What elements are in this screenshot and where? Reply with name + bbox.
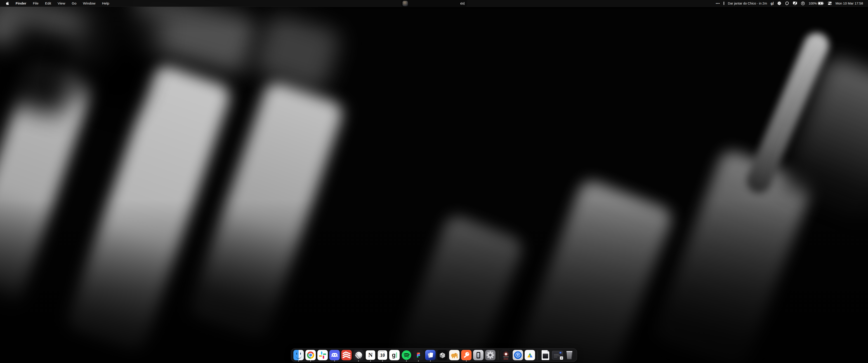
dock-item-iphone-mirroring[interactable] xyxy=(473,349,484,362)
running-indicator xyxy=(406,361,407,361)
iphone-mirroring-icon xyxy=(473,350,484,360)
linear-icon xyxy=(353,350,364,360)
menu-bar-left: Finder File Edit View Go Window Help xyxy=(6,1,109,5)
running-indicator xyxy=(334,361,335,361)
wallpaper-streak xyxy=(121,0,258,75)
dock-item-1password[interactable] xyxy=(513,349,523,362)
separator-bar-icon[interactable] xyxy=(723,2,724,5)
menu-bar-status: ••• Dar jantar do Chico · in 2m g 100% xyxy=(716,1,863,5)
wallpaper-streak xyxy=(0,57,97,309)
pick-icon[interactable] xyxy=(785,1,789,5)
minimized-window-thumbnail: 10 xyxy=(552,351,563,359)
dock-item-google-drive[interactable] xyxy=(524,349,535,362)
window-content-line xyxy=(554,356,560,356)
dock-item-spotify[interactable] xyxy=(401,349,412,362)
menu-view[interactable]: View xyxy=(58,1,65,5)
menu-file[interactable]: File xyxy=(33,1,38,5)
notion-calendar-icon: 10 xyxy=(377,350,388,360)
dock-divider xyxy=(537,350,538,360)
control-center-icon[interactable] xyxy=(828,1,832,5)
dock-item-chrome[interactable] xyxy=(305,349,316,362)
dock-item-slack[interactable] xyxy=(317,349,328,362)
wallpaper-streak xyxy=(65,62,233,354)
raycast-diamond xyxy=(504,353,507,356)
dock-divider xyxy=(498,350,498,360)
system-settings-icon xyxy=(485,350,495,360)
dock-item-discord[interactable] xyxy=(329,349,340,362)
notion-calendar-badge: 10 xyxy=(560,356,563,360)
dock-item-postman[interactable] xyxy=(461,349,472,362)
dock-item-raycast[interactable]: raycast xyxy=(500,349,511,362)
dock-item-system-settings[interactable] xyxy=(485,349,496,362)
finder-icon xyxy=(293,350,304,360)
dock-item-todoist[interactable] xyxy=(341,349,352,362)
desktop: Finder File Edit View Go Window Help •••… xyxy=(0,0,868,363)
granola-menu-icon[interactable]: g xyxy=(771,2,774,5)
raycast-icon: raycast xyxy=(501,350,511,360)
dock-item-finder[interactable] xyxy=(293,349,304,362)
granola-glyph: g xyxy=(771,2,773,5)
raycast-label: raycast xyxy=(503,356,508,358)
menu-go[interactable]: Go xyxy=(72,1,76,5)
dock-item-notion-calendar[interactable]: 10 xyxy=(377,349,388,362)
gear-flower-icon[interactable] xyxy=(777,1,781,5)
wallpaper-streak xyxy=(383,213,526,363)
calendar-event-item[interactable]: Dar jantar do Chico · in 2m xyxy=(728,2,767,5)
menu-edit[interactable]: Edit xyxy=(45,1,51,5)
running-indicator xyxy=(298,361,299,361)
onepassword-icon xyxy=(513,350,523,360)
battery-status[interactable]: 100% xyxy=(809,2,824,5)
running-indicator xyxy=(358,361,359,361)
desktop-wallpaper xyxy=(0,0,868,363)
running-indicator xyxy=(466,361,467,361)
dock-item-postico[interactable] xyxy=(449,349,460,362)
postman-icon xyxy=(461,350,471,360)
wallpaper-shadow xyxy=(0,20,84,118)
running-indicator xyxy=(430,361,431,361)
craft-icon xyxy=(425,350,436,360)
granola-cursor xyxy=(773,2,774,5)
apple-menu[interactable] xyxy=(6,1,9,5)
document-preview xyxy=(543,354,548,359)
menu-finder[interactable]: Finder xyxy=(16,1,26,5)
notion-icon: N xyxy=(365,350,376,360)
menu-help[interactable]: Help xyxy=(102,1,109,5)
dock-item-minimized-window[interactable]: 10 xyxy=(552,349,563,362)
menu-window[interactable]: Window xyxy=(83,1,95,5)
discord-icon xyxy=(329,350,340,360)
cube-3d-icon xyxy=(437,350,447,360)
google-drive-icon xyxy=(525,350,535,360)
chrome-icon xyxy=(305,350,316,360)
dock-item-linear[interactable] xyxy=(353,349,364,362)
window-content-line xyxy=(554,357,557,357)
wallpaper-streak xyxy=(743,29,833,197)
spotify-icon xyxy=(401,350,412,360)
album-art xyxy=(403,1,408,6)
dock-item-notion[interactable]: N xyxy=(365,349,376,362)
onepassword-menu-icon[interactable] xyxy=(801,1,805,5)
dock-item-3d-cube-app[interactable] xyxy=(437,349,448,362)
dock-item-document[interactable] xyxy=(540,349,551,362)
running-indicator xyxy=(382,361,383,361)
dock-item-granola[interactable]: g xyxy=(389,349,400,362)
wallpaper-streak xyxy=(188,79,346,341)
audio-visualizer-icon xyxy=(460,2,465,5)
dock: N 10 g xyxy=(291,348,577,362)
menu-bar-clock[interactable]: Mon 10 Mar 17:58 xyxy=(835,1,863,5)
granola-icon: g xyxy=(389,350,400,360)
dock-item-trash[interactable] xyxy=(564,349,575,362)
notch-now-playing[interactable] xyxy=(401,0,467,7)
todoist-icon xyxy=(341,350,352,360)
document-file-icon xyxy=(541,350,549,360)
dock-item-figma[interactable] xyxy=(413,349,424,362)
menu-extras-overflow-icon[interactable]: ••• xyxy=(716,2,720,5)
running-indicator xyxy=(370,361,371,361)
display-icon[interactable] xyxy=(793,1,797,5)
dock-item-craft[interactable] xyxy=(425,349,436,362)
window-highlight xyxy=(560,352,561,353)
page-fold xyxy=(547,350,549,352)
granola-cursor xyxy=(396,352,397,358)
notion-glyph: N xyxy=(368,352,373,359)
running-indicator xyxy=(310,361,311,361)
apple-logo-icon xyxy=(6,1,9,5)
